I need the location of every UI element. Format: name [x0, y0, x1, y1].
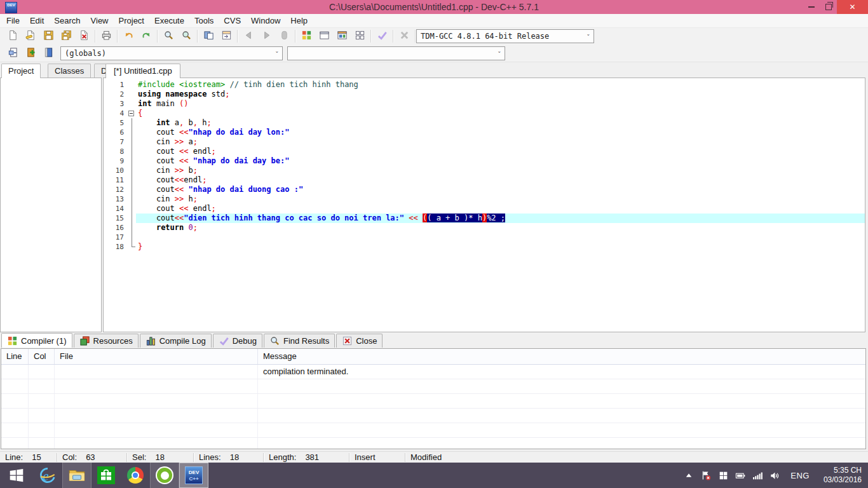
- menu-item-project[interactable]: Project: [114, 14, 149, 28]
- table-row[interactable]: [1, 394, 865, 409]
- language-indicator[interactable]: ENG: [787, 471, 813, 480]
- new-project-button[interactable]: [297, 28, 315, 44]
- menu-item-view[interactable]: View: [86, 14, 114, 28]
- chrome-taskbar-button[interactable]: [121, 463, 150, 488]
- code-token: ;: [193, 137, 198, 146]
- fold-gutter: [127, 166, 136, 175]
- back-button[interactable]: [240, 28, 257, 44]
- windows-tray-icon[interactable]: [717, 470, 729, 481]
- package-button[interactable]: [351, 28, 369, 44]
- fold-line: [132, 204, 132, 214]
- globals-select[interactable]: (globals) ˇ: [60, 46, 283, 60]
- close-file-button[interactable]: [75, 28, 93, 44]
- minimize-button[interactable]: [803, 0, 820, 14]
- compiler-select[interactable]: TDM-GCC 4.8.1 64-bit Release ˇ: [416, 29, 594, 43]
- table-row[interactable]: [1, 438, 865, 449]
- find-in-files-button[interactable]: [177, 28, 195, 44]
- redo-button[interactable]: [137, 28, 155, 44]
- battery-icon[interactable]: [735, 470, 746, 481]
- code-token: b: [184, 118, 193, 127]
- new-project-icon: [301, 30, 312, 43]
- code-token: endl: [184, 175, 202, 184]
- report-tab-label: Compile Log: [159, 336, 206, 346]
- code-line: 14 cout << endl;: [104, 204, 865, 214]
- table-row[interactable]: [1, 409, 865, 423]
- syntax-check-button[interactable]: [373, 28, 391, 44]
- find-button[interactable]: [159, 28, 177, 44]
- hidden-icons-icon[interactable]: [683, 470, 695, 481]
- volume-icon[interactable]: [769, 470, 780, 481]
- line-number: 8: [104, 147, 127, 156]
- add-to-project-button[interactable]: [22, 45, 39, 62]
- menu-item-cvs[interactable]: CVS: [219, 14, 246, 28]
- windows-store-taskbar-button[interactable]: [92, 463, 121, 488]
- menu-item-help[interactable]: Help: [285, 14, 313, 28]
- menu-item-file[interactable]: File: [1, 14, 25, 28]
- network-signal-icon[interactable]: [752, 470, 763, 481]
- status-insert: Insert: [349, 452, 405, 463]
- coccoc-taskbar-button[interactable]: [150, 463, 179, 488]
- window-button[interactable]: [315, 28, 333, 44]
- menu-item-window[interactable]: Window: [246, 14, 285, 28]
- abort-button[interactable]: [395, 28, 413, 44]
- status-bar: Line:15Col:63Sel:18Lines:18Length:381Ins…: [0, 451, 868, 463]
- report-tab-compile-log[interactable]: Compile Log: [140, 334, 212, 348]
- tab-project[interactable]: Project: [1, 64, 41, 78]
- save-all-button[interactable]: [57, 28, 75, 44]
- code-text: }: [136, 242, 865, 252]
- suspend-button[interactable]: [275, 28, 293, 44]
- replace-button[interactable]: [200, 28, 217, 44]
- code-token: cout: [138, 147, 179, 156]
- table-row[interactable]: [1, 423, 865, 438]
- menu-item-edit[interactable]: Edit: [25, 14, 49, 28]
- menu-item-tools[interactable]: Tools: [189, 14, 219, 28]
- report-tab-resources[interactable]: Resources: [74, 334, 139, 348]
- tab-classes[interactable]: Classes: [48, 64, 91, 78]
- line-number: 5: [104, 118, 127, 128]
- fold-line: [132, 147, 132, 156]
- code-token: >>: [175, 166, 184, 175]
- report-tab-compiler-1-[interactable]: Compiler (1): [1, 333, 72, 348]
- code-token: cout: [138, 128, 179, 137]
- code-text: cin >> b;: [136, 166, 865, 175]
- taskbar-clock[interactable]: 5:35 CH 03/03/2016: [820, 466, 862, 485]
- fold-line: [132, 156, 132, 166]
- table-cell: [29, 379, 55, 393]
- start-taskbar-button[interactable]: [0, 463, 33, 488]
- column-header-message: Message: [258, 349, 865, 364]
- devcpp-taskbar-button[interactable]: DEVC++: [179, 463, 208, 488]
- open-file-button[interactable]: [22, 28, 39, 44]
- code-editor[interactable]: 1#include <iostream> // tinh dien tich h…: [103, 78, 865, 332]
- menu-item-execute[interactable]: Execute: [149, 14, 189, 28]
- table-cell: [258, 409, 865, 423]
- new-file-button[interactable]: [4, 28, 22, 44]
- remove-from-project-button[interactable]: [39, 45, 57, 62]
- menu-item-search[interactable]: Search: [49, 14, 85, 28]
- editor-tab-untitled1[interactable]: [*] Untitled1.cpp: [105, 64, 180, 78]
- members-select[interactable]: ˇ: [287, 46, 505, 60]
- close-button[interactable]: ✕: [837, 0, 868, 14]
- report-tab-find-results[interactable]: Find Results: [264, 334, 335, 348]
- fold-gutter: [127, 214, 136, 223]
- report-tab-debug[interactable]: Debug: [213, 334, 262, 348]
- table-cell: [258, 394, 865, 408]
- goto-line-button[interactable]: [217, 28, 235, 44]
- status-col: Col:63: [57, 452, 127, 463]
- table-row[interactable]: compilation terminated.: [1, 365, 865, 379]
- print-button[interactable]: [97, 28, 115, 44]
- fold-collapse-icon[interactable]: [128, 111, 134, 116]
- save-button[interactable]: [39, 28, 57, 44]
- fold-gutter: [127, 175, 136, 185]
- forward-button[interactable]: [257, 28, 275, 44]
- report-tab-close[interactable]: Close: [336, 334, 383, 348]
- undo-button[interactable]: [119, 28, 137, 44]
- action-center-flag-icon[interactable]: [700, 470, 712, 481]
- swap-header-source-button[interactable]: [4, 45, 22, 62]
- internet-explorer-taskbar-button[interactable]: e: [33, 463, 62, 488]
- table-row[interactable]: [1, 379, 865, 394]
- file-explorer-taskbar-button[interactable]: [62, 463, 92, 488]
- restore-button[interactable]: [820, 0, 837, 14]
- code-text: cin >> a;: [136, 137, 865, 147]
- project-options-button[interactable]: [333, 28, 351, 44]
- code-text: cout<< "nhap do dai duong cao :": [136, 185, 865, 194]
